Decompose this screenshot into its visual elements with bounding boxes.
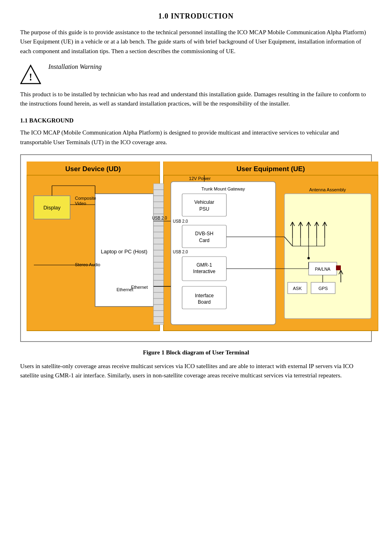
antenna-assembly-label: Antenna Assembly (309, 187, 346, 192)
intro-paragraph: The purpose of this guide is to provide … (20, 28, 372, 56)
ethernet-label-2: Ethernet (131, 285, 148, 290)
stereo-audio-label: Stereo Audio (75, 262, 100, 267)
block-diagram-svg: User Device (UD) User Equipment (UE) Lap… (27, 162, 378, 335)
display-label: Display (44, 205, 61, 211)
interface-board-label: Interface (195, 293, 214, 298)
svg-rect-17 (153, 184, 164, 325)
dvbsh-label: DVB-SH (195, 231, 213, 236)
svg-rect-75 (336, 265, 341, 270)
ask-label: ASK (293, 286, 302, 291)
main-title: 1.0 INTRODUCTION (20, 12, 372, 21)
vehicular-psu-label: Vehicular (194, 199, 214, 205)
gps-label: GPS (318, 286, 328, 291)
svg-rect-42 (182, 194, 226, 216)
svg-text:Interactive: Interactive (193, 269, 216, 274)
12v-power-label: 12V Power (189, 176, 211, 181)
warning-title-label: Installation Warning (48, 63, 102, 70)
warning-title-text: Installation Warning (48, 63, 102, 70)
composite-video-label: Composite (75, 196, 96, 201)
svg-text:!: ! (29, 71, 32, 82)
svg-text:Card: Card (199, 238, 209, 243)
warning-paragraph: This product is to be installed by techn… (20, 90, 372, 109)
background-paragraph: The ICO MCAP (Mobile Communication Alpha… (20, 128, 372, 147)
svg-rect-44 (182, 225, 226, 248)
block-diagram: User Device (UD) User Equipment (UE) Lap… (20, 154, 372, 342)
svg-text:USB 2.0: USB 2.0 (152, 216, 167, 220)
svg-text:Video: Video (75, 201, 86, 206)
warning-icon: ! (20, 64, 41, 85)
usb-20-label-2: USB 2.0 (173, 250, 188, 254)
pa-lna-label: PA/LNA (315, 267, 331, 271)
svg-text:PSU: PSU (199, 206, 209, 212)
svg-rect-50 (284, 194, 371, 319)
laptop-label: Laptop or PC (Host) (101, 249, 147, 255)
trunk-mount-label: Trunk Mount Gateway (201, 186, 245, 191)
ud-label-text: User Device (UD) (65, 165, 121, 173)
ue-label-text: User Equipment (UE) (236, 165, 305, 173)
svg-text:Board: Board (198, 299, 211, 305)
usb-20-label-1: USB 2.0 (173, 219, 188, 224)
svg-point-73 (307, 257, 310, 259)
warning-section: ! Installation Warning (20, 63, 372, 85)
bottom-text: Users in satellite-only coverage areas r… (20, 362, 372, 381)
figure-caption: Figure 1 Block diagram of User Terminal (20, 349, 372, 356)
section-1-1-heading: 1.1 BACKGROUND (20, 117, 372, 124)
gmr1-label: GMR-1 (197, 262, 212, 268)
